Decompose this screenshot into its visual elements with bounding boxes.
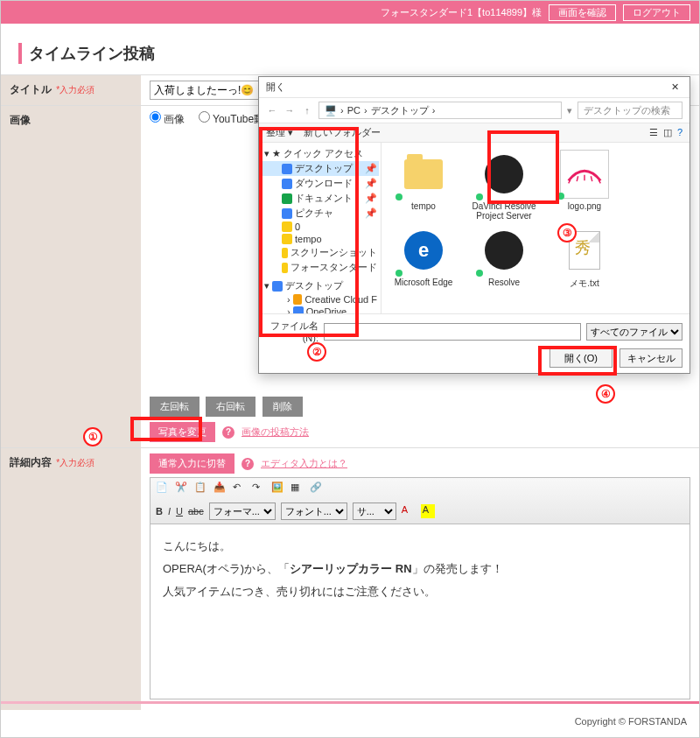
topbar: フォースタンダード1【to114899】様 画面を確認 ログアウト — [1, 1, 699, 24]
page-title: タイムライン投稿 — [18, 43, 699, 64]
app-icon — [485, 155, 523, 193]
forward-icon[interactable]: → — [284, 104, 296, 116]
bold-icon[interactable]: B — [156, 506, 163, 517]
editor-line: OPERA(オペラ)から、「シアーリップカラー RN」の発売します！ — [163, 558, 677, 580]
open-button[interactable]: 開く(O) — [550, 348, 612, 368]
underline-icon[interactable]: U — [176, 506, 183, 517]
folder-icon — [404, 159, 443, 189]
new-folder-button[interactable]: 新しいフォルダー — [304, 127, 381, 137]
undo-icon[interactable]: ↶ — [233, 481, 247, 496]
copy-icon[interactable]: 📋 — [194, 481, 208, 496]
file-item[interactable]: e Microsoft Edge — [388, 226, 458, 290]
dialog-file-grid[interactable]: tempo DaVinci Resolve Project Server log… — [382, 143, 690, 313]
label-title: タイトル *入力必須 — [1, 75, 141, 105]
rotate-left-button[interactable]: 左回転 — [150, 397, 200, 417]
view-icon[interactable]: ☰ — [649, 127, 658, 137]
back-icon[interactable]: ← — [266, 104, 278, 116]
organize-menu[interactable]: 整理 ▾ — [266, 127, 293, 137]
svg-line-1 — [577, 176, 578, 181]
svg-line-3 — [591, 176, 592, 181]
address-bar[interactable]: 🖥️ › PC › デスクトップ › — [318, 102, 562, 119]
preview-pane-icon[interactable]: ◫ — [663, 127, 672, 137]
editor-toolbar: 📄 ✂️ 📋 📥 ↶ ↷ 🖼️ ▦ 🔗 B I U abc フォーマ... フォ… — [150, 477, 690, 524]
tree-item[interactable]: › Creative Cloud F — [261, 293, 379, 306]
radio-image[interactable]: 画像 — [150, 113, 185, 125]
document-icon: 秀 — [569, 231, 600, 270]
source-icon[interactable]: 📄 — [156, 481, 170, 496]
preview-button[interactable]: 画面を確認 — [549, 4, 616, 21]
tree-item[interactable]: スクリーンショット — [261, 245, 379, 260]
dialog-search[interactable]: デスクトップの検索 — [578, 102, 682, 119]
how-to-post-link[interactable]: 画像の投稿方法 — [242, 425, 309, 439]
editor-area[interactable]: こんにちは。 OPERA(オペラ)から、「シアーリップカラー RN」の発売します… — [150, 524, 690, 699]
cancel-button[interactable]: キャンセル — [620, 348, 682, 368]
format-select[interactable]: フォーマ... — [209, 503, 276, 520]
file-open-dialog: 開く ✕ ← → ↑ 🖥️ › PC › デスクトップ › ▾ デスクトップの検… — [258, 76, 690, 374]
logo-icon — [565, 163, 604, 186]
text-color-icon[interactable]: A — [402, 504, 416, 518]
filename-input[interactable] — [324, 323, 581, 341]
file-item[interactable]: 秀 メモ.txt — [550, 226, 620, 290]
app-icon — [485, 231, 523, 270]
link-icon[interactable]: 🔗 — [310, 481, 324, 496]
dialog-tree[interactable]: ▾ ★ クイック アクセス デスクトップ 📌 ダウンロード 📌 ドキュメント 📌… — [259, 143, 382, 313]
logout-button[interactable]: ログアウト — [623, 4, 690, 21]
up-icon[interactable]: ↑ — [301, 104, 313, 116]
paste-icon[interactable]: 📥 — [214, 481, 228, 496]
italic-icon[interactable]: I — [168, 506, 171, 517]
tree-item[interactable]: 0 — [261, 221, 379, 233]
dialog-title: 開く — [266, 81, 285, 94]
file-item[interactable]: tempo — [388, 150, 458, 221]
filter-select[interactable]: すべてのファイル (*) — [586, 323, 682, 341]
table-icon[interactable]: ▦ — [290, 481, 304, 496]
pc-icon: 🖥️ — [325, 105, 337, 116]
editor-line: こんにちは。 — [163, 535, 677, 558]
tree-quick-access[interactable]: ▾ ★ クイック アクセス — [261, 146, 379, 161]
cut-icon[interactable]: ✂️ — [175, 481, 189, 496]
footer-divider — [1, 701, 699, 704]
tree-item[interactable]: デスクトップ 📌 — [261, 161, 379, 176]
size-select[interactable]: サ... — [353, 503, 396, 520]
editor-line: 人気アイテムにつき、売り切れにはご注意ください。 — [163, 580, 677, 603]
file-item[interactable]: Resolve — [469, 226, 539, 290]
font-select[interactable]: フォント... — [281, 503, 347, 520]
tree-item[interactable]: ダウンロード 📌 — [261, 176, 379, 191]
strike-icon[interactable]: abc — [188, 506, 204, 517]
redo-icon[interactable]: ↷ — [252, 481, 266, 496]
help-icon[interactable]: ? — [677, 127, 682, 137]
rotate-right-button[interactable]: 右回転 — [206, 397, 256, 417]
change-photo-button[interactable]: 写真を変更 — [150, 422, 215, 442]
tree-desktop[interactable]: ▾ デスクトップ — [261, 278, 379, 293]
footer: Copyright © FORSTANDA — [575, 716, 687, 727]
delete-button[interactable]: 削除 — [262, 397, 303, 417]
user-label: フォースタンダード1【to114899】様 — [381, 6, 542, 19]
filename-label: ファイル名(N): — [266, 320, 318, 343]
switch-input-button[interactable]: 通常入力に切替 — [150, 453, 234, 474]
row-details: 詳細内容 *入力必須 通常入力に切替 ? エディタ入力とは？ 📄 ✂️ 📋 📥 … — [1, 447, 699, 710]
title-input[interactable] — [150, 81, 263, 100]
close-icon[interactable]: ✕ — [667, 81, 682, 93]
label-details: 詳細内容 *入力必須 — [1, 448, 141, 710]
file-item[interactable]: DaVinci Resolve Project Server — [469, 150, 539, 221]
file-item[interactable]: logo.png — [550, 150, 620, 221]
tree-item[interactable]: ドキュメント 📌 — [261, 191, 379, 206]
image-icon[interactable]: 🖼️ — [271, 481, 285, 496]
label-image: 画像 — [1, 106, 141, 447]
question-icon: ? — [222, 426, 234, 439]
question-icon: ? — [242, 458, 254, 470]
tree-item[interactable]: ピクチャ 📌 — [261, 206, 379, 221]
tree-item[interactable]: › OneDrive — [261, 306, 379, 313]
editor-help-link[interactable]: エディタ入力とは？ — [261, 457, 347, 470]
bg-color-icon[interactable]: A — [421, 504, 435, 518]
tree-item[interactable]: tempo — [261, 233, 379, 245]
edge-icon: e — [404, 231, 443, 270]
tree-item[interactable]: フォースタンダード — [261, 260, 379, 275]
